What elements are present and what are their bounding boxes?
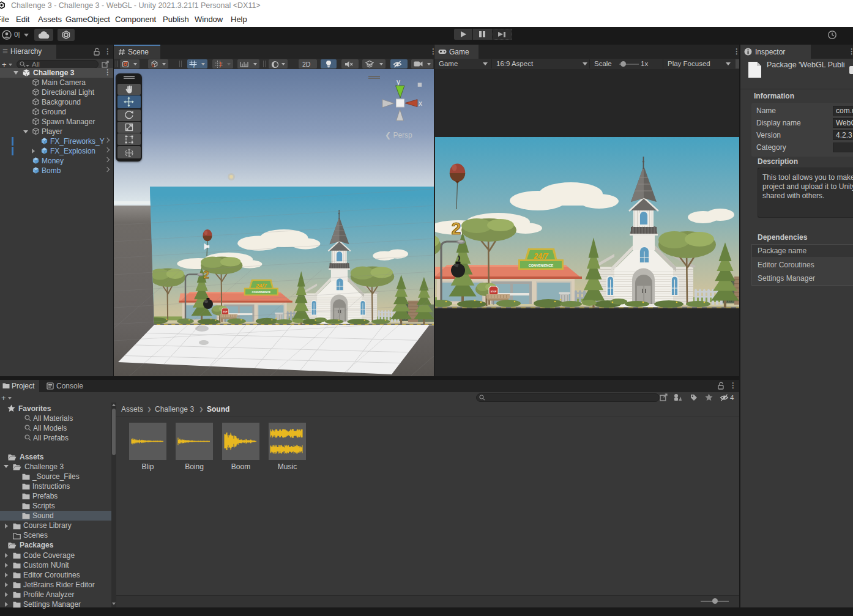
- svg-text:2: 2: [203, 269, 209, 281]
- svg-text:y: y: [397, 78, 400, 86]
- svg-text:x: x: [419, 99, 422, 108]
- svg-text:2: 2: [452, 219, 461, 238]
- svg-text:Y: Y: [193, 64, 196, 69]
